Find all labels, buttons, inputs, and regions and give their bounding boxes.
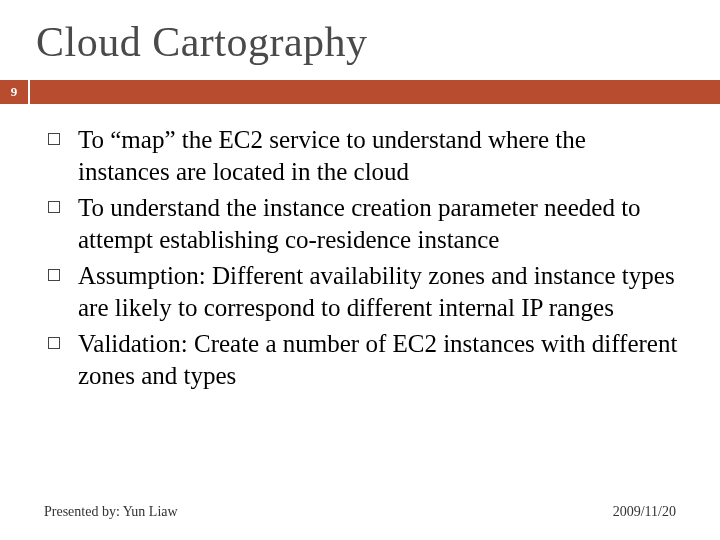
square-bullet-icon: [48, 201, 60, 213]
content-area: To “map” the EC2 service to understand w…: [0, 104, 720, 540]
page-number: 9: [0, 80, 30, 104]
square-bullet-icon: [48, 337, 60, 349]
list-item: Validation: Create a number of EC2 insta…: [48, 328, 680, 392]
slide: Cloud Cartography 9 To “map” the EC2 ser…: [0, 0, 720, 540]
bullet-text: To understand the instance creation para…: [78, 192, 680, 256]
square-bullet-icon: [48, 133, 60, 145]
footer: Presented by: Yun Liaw 2009/11/20: [0, 504, 720, 520]
bullet-text: Assumption: Different availability zones…: [78, 260, 680, 324]
divider-row: 9: [0, 80, 720, 104]
list-item: To “map” the EC2 service to understand w…: [48, 124, 680, 188]
bullet-list: To “map” the EC2 service to understand w…: [48, 124, 680, 392]
date-label: 2009/11/20: [613, 504, 676, 520]
divider-bar: [30, 80, 720, 104]
slide-title: Cloud Cartography: [0, 0, 720, 80]
square-bullet-icon: [48, 269, 60, 281]
list-item: To understand the instance creation para…: [48, 192, 680, 256]
presenter-label: Presented by: Yun Liaw: [44, 504, 178, 520]
bullet-text: Validation: Create a number of EC2 insta…: [78, 328, 680, 392]
list-item: Assumption: Different availability zones…: [48, 260, 680, 324]
bullet-text: To “map” the EC2 service to understand w…: [78, 124, 680, 188]
